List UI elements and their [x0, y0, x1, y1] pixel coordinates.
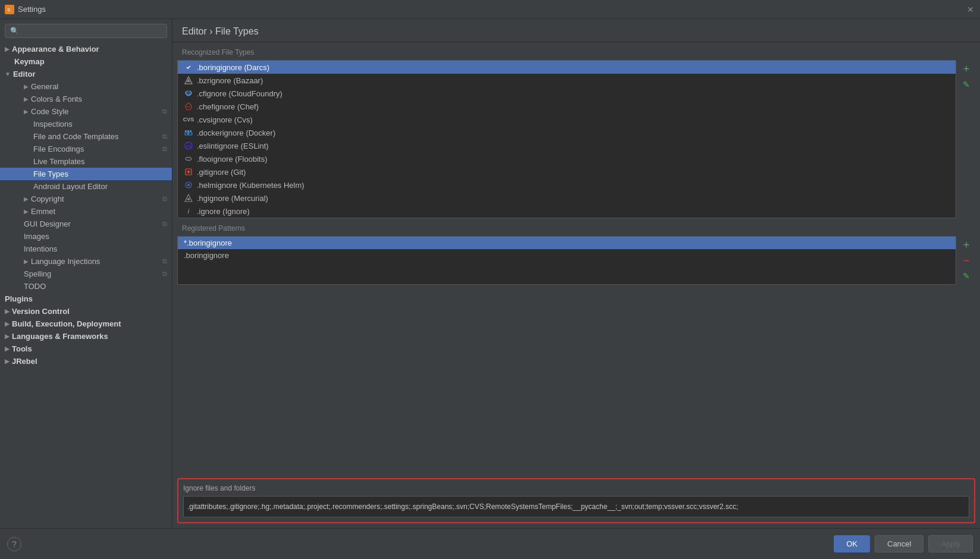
sidebar-item-keymap[interactable]: Keymap [0, 55, 172, 68]
file-types-section: .boringignore (Darcs) .bzrignore (Bazaar… [177, 60, 975, 218]
copy-icon: ⧉ [162, 145, 167, 153]
sidebar-item-gui-designer[interactable]: GUI Designer ⧉ [0, 218, 172, 230]
ignore-section: Ignore files and folders [177, 478, 975, 523]
page-title: Editor › File Types [172, 19, 980, 42]
arrow-icon: ▶ [5, 321, 10, 327]
list-item[interactable]: *.boringignore [178, 237, 956, 249]
file-type-icon [184, 76, 193, 85]
list-item[interactable]: .boringignore (Darcs) [178, 61, 956, 74]
cvs-icon: CVS [183, 117, 194, 123]
sidebar-item-build[interactable]: ▶ Build, Execution, Deployment [0, 318, 172, 330]
svg-text:ES: ES [187, 145, 191, 148]
sidebar-item-colors-fonts[interactable]: ▶ Colors & Fonts [0, 93, 172, 105]
copy-icon: ⧉ [162, 108, 167, 115]
add-file-type-button[interactable]: + [960, 62, 973, 76]
sidebar-item-todo[interactable]: TODO [0, 280, 172, 293]
git-icon [184, 167, 193, 177]
patterns-section: *.boringignore .boringignore + − ✎ [177, 236, 975, 285]
close-button[interactable]: ✕ [966, 5, 975, 14]
apply-button[interactable]: Apply [928, 535, 973, 552]
sidebar-item-jrebel[interactable]: ▶ JRebel [0, 355, 172, 368]
content-scroll[interactable]: Recognized File Types .boringignore (Dar… [172, 42, 980, 473]
sidebar-item-editor[interactable]: ▼ Editor [0, 68, 172, 80]
list-item[interactable]: ES .eslintignore (ESLint) [178, 139, 956, 152]
ok-button[interactable]: OK [834, 535, 870, 552]
sidebar-item-inspections[interactable]: Inspections [0, 118, 172, 130]
edit-pattern-button[interactable]: ✎ [960, 269, 973, 282]
file-types-list[interactable]: .boringignore (Darcs) .bzrignore (Bazaar… [177, 60, 956, 218]
list-item[interactable]: .dockerignore (Docker) [178, 126, 956, 139]
sidebar-item-live-templates[interactable]: Live Templates [0, 155, 172, 168]
ignore-input[interactable] [183, 496, 969, 517]
sidebar-item-appearance[interactable]: ▶ Appearance & Behavior [0, 43, 172, 55]
sidebar-item-images[interactable]: Images [0, 230, 172, 243]
bottom-bar: ? OK Cancel Apply [0, 528, 980, 559]
copy-icon: ⧉ [162, 270, 167, 278]
svg-point-16 [187, 184, 190, 186]
sidebar-item-copyright[interactable]: ▶ Copyright ⧉ [0, 193, 172, 205]
main-container: 🔍 ▶ Appearance & Behavior Keymap ▼ Edito… [0, 19, 980, 528]
sidebar-item-file-code-templates[interactable]: File and Code Templates ⧉ [0, 130, 172, 143]
file-type-icon: CVS [184, 115, 193, 124]
sidebar-item-intentions[interactable]: Intentions [0, 243, 172, 255]
sidebar-item-languages[interactable]: ▶ Languages & Frameworks [0, 330, 172, 343]
file-types-actions: + ✎ [957, 60, 975, 218]
list-item[interactable]: .helmignore (Kubernetes Helm) [178, 178, 956, 191]
list-item[interactable]: .gitignore (Git) [178, 165, 956, 178]
add-pattern-button[interactable]: + [960, 238, 973, 252]
sidebar-item-android-layout[interactable]: Android Layout Editor [0, 180, 172, 193]
list-item[interactable]: .bzrignore (Bazaar) [178, 74, 956, 87]
sidebar-item-spelling[interactable]: Spelling ⧉ [0, 268, 172, 280]
mercurial-icon [184, 193, 193, 203]
arrow-icon: ▶ [24, 196, 29, 202]
list-item[interactable]: i .ignore (Ignore) [178, 205, 956, 218]
arrow-icon: ▶ [24, 83, 29, 90]
help-button[interactable]: ? [7, 537, 21, 551]
edit-file-type-button[interactable]: ✎ [960, 78, 973, 91]
window-title: Settings [18, 5, 46, 14]
svg-point-18 [187, 198, 190, 200]
sidebar-item-file-encodings[interactable]: File Encodings ⧉ [0, 143, 172, 155]
sidebar-item-file-types[interactable]: File Types [0, 168, 172, 180]
i-icon: i [188, 208, 189, 215]
app-icon: S [5, 5, 14, 14]
eslint-icon: ES [184, 141, 193, 150]
recognized-label: Recognized File Types [172, 42, 980, 60]
svg-text:S: S [7, 7, 10, 12]
ignore-label: Ignore files and folders [183, 484, 969, 492]
sidebar-item-plugins[interactable]: Plugins [0, 293, 172, 305]
list-item[interactable]: .hgignore (Mercurial) [178, 191, 956, 205]
arrow-icon: ▶ [5, 346, 10, 352]
arrow-icon: ▶ [5, 308, 10, 315]
list-item[interactable]: .cfignore (CloudFoundry) [178, 87, 956, 100]
sidebar-item-code-style[interactable]: ▶ Code Style ⧉ [0, 105, 172, 118]
sidebar-item-tools[interactable]: ▶ Tools [0, 343, 172, 355]
list-item[interactable]: .flooignore (Floobits) [178, 152, 956, 165]
copy-icon: ⧉ [162, 133, 167, 140]
sidebar-item-version-control[interactable]: ▶ Version Control [0, 305, 172, 318]
sidebar-item-general[interactable]: ▶ General [0, 80, 172, 93]
arrow-icon: ▶ [24, 208, 29, 215]
copy-icon: ⧉ [162, 220, 167, 228]
file-type-icon [184, 102, 193, 111]
sidebar: 🔍 ▶ Appearance & Behavior Keymap ▼ Edito… [0, 19, 172, 528]
sidebar-scroll[interactable]: ▶ Appearance & Behavior Keymap ▼ Editor … [0, 43, 172, 528]
registered-label: Registered Patterns [172, 218, 980, 236]
list-item[interactable]: CVS .cvsignore (Cvs) [178, 113, 956, 126]
svg-rect-9 [187, 130, 189, 132]
title-bar: S Settings ✕ [0, 0, 980, 19]
svg-rect-11 [187, 133, 189, 134]
svg-rect-8 [185, 130, 187, 132]
arrow-icon: ▼ [5, 71, 11, 77]
list-item[interactable]: .boringignore [178, 249, 956, 262]
dialog-actions: OK Cancel Apply [834, 535, 973, 552]
sidebar-item-emmet[interactable]: ▶ Emmet [0, 205, 172, 218]
cancel-button[interactable]: Cancel [875, 535, 924, 552]
remove-pattern-button[interactable]: − [960, 254, 973, 267]
patterns-list[interactable]: *.boringignore .boringignore [177, 236, 956, 285]
copy-icon: ⧉ [162, 257, 167, 265]
list-item[interactable]: .chefignore (Chef) [178, 100, 956, 113]
arrow-icon: ▶ [5, 358, 10, 365]
search-box[interactable]: 🔍 [5, 24, 167, 38]
sidebar-item-language-injections[interactable]: ▶ Language Injections ⧉ [0, 255, 172, 268]
